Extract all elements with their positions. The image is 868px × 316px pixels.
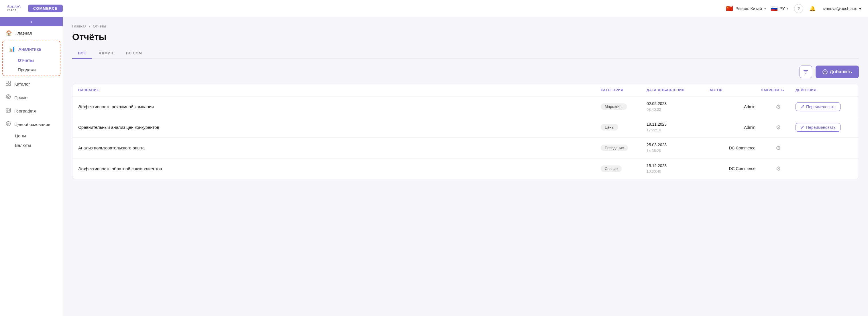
reports-table: НАЗВАНИЕ КАТЕГОРИЯ ДАТА ДОБАВЛЕНИЯ АВТОР… <box>72 84 859 179</box>
row4-category: Сервис <box>601 166 647 172</box>
row1-pin: ⚙ <box>761 103 796 110</box>
row1-badge: Маркетинг <box>601 103 627 110</box>
table-header: НАЗВАНИЕ КАТЕГОРИЯ ДАТА ДОБАВЛЕНИЯ АВТОР… <box>72 84 859 97</box>
sidebar-item-promo[interactable]: Промо <box>0 91 63 104</box>
add-button[interactable]: Добавить <box>815 66 859 78</box>
header-actions: ДЕЙСТВИЯ <box>796 88 853 92</box>
row3-pin-gear-icon[interactable]: ⚙ <box>776 145 781 151</box>
svg-text:₽: ₽ <box>7 122 9 126</box>
main-content: Главная / Отчёты Отчёты ВСЕ АДМИН DC COM <box>63 17 868 316</box>
logo: digital chief_ <box>7 5 21 12</box>
sidebar: ‹ 🏠 Главная 📊 Аналитика Отчеты Продажи <box>0 17 63 316</box>
sidebar-item-currencies[interactable]: Валюты <box>0 141 63 150</box>
row4-author: DC Commerce <box>710 166 761 171</box>
row1-name: Эффективность рекламной кампании <box>78 104 601 109</box>
catalog-icon <box>6 81 11 87</box>
filter-button[interactable] <box>800 66 812 78</box>
help-button[interactable]: ? <box>794 4 803 13</box>
row2-rename-label: Переименовать <box>806 125 836 130</box>
sidebar-item-label-pricing: Ценообразование <box>14 122 51 127</box>
breadcrumb: Главная / Отчёты <box>72 24 859 28</box>
row1-date: 02.05.2023 08:40:22 <box>647 101 710 112</box>
app: digital chief_ COMMERCE 🇨🇳 Рынок: Китай … <box>0 0 868 316</box>
sidebar-item-pricing[interactable]: ₽ Ценообразование <box>0 118 63 131</box>
row3-pin: ⚙ <box>761 145 796 151</box>
sidebar-item-catalog[interactable]: Каталог <box>0 77 63 91</box>
user-dropdown-arrow: ▾ <box>859 6 861 11</box>
svg-rect-3 <box>9 83 10 85</box>
row4-date: 15.12.2023 10:30:40 <box>647 163 710 174</box>
svg-rect-1 <box>9 81 10 83</box>
header-name: НАЗВАНИЕ <box>78 88 601 92</box>
sidebar-item-label-home: Главная <box>16 31 32 35</box>
row3-badge: Поведение <box>601 145 628 151</box>
row4-pin-gear-icon[interactable]: ⚙ <box>776 165 781 172</box>
lang-flag: 🇷🇺 <box>771 5 778 12</box>
sidebar-item-label-analytics: Аналитика <box>18 47 41 51</box>
market-selector[interactable]: 🇨🇳 Рынок: Китай ▾ <box>726 5 766 12</box>
header-author: АВТОР <box>710 88 761 92</box>
geography-icon <box>6 108 11 114</box>
notification-button[interactable]: 🔔 <box>808 4 817 13</box>
lang-dropdown-arrow: ▾ <box>787 7 788 10</box>
row3-author: DC Commerce <box>710 146 761 150</box>
row3-category: Поведение <box>601 145 647 151</box>
sidebar-item-label-currencies: Валюты <box>15 143 31 148</box>
commerce-badge[interactable]: COMMERCE <box>28 5 63 12</box>
table-row: Эффективность рекламной кампании Маркети… <box>72 97 859 117</box>
svg-point-5 <box>7 96 9 98</box>
row4-badge: Сервис <box>601 166 622 172</box>
promo-icon <box>6 94 11 101</box>
sidebar-item-prices[interactable]: Цены <box>0 131 63 141</box>
row2-badge: Цены <box>601 124 618 131</box>
user-email[interactable]: ivanova@pochta.ru ▾ <box>823 6 861 11</box>
row2-author: Admin <box>710 125 761 130</box>
svg-rect-0 <box>6 81 8 83</box>
tab-all[interactable]: ВСЕ <box>72 48 92 59</box>
breadcrumb-home[interactable]: Главная <box>72 24 86 28</box>
row2-rename-button[interactable]: Переименовать <box>796 123 840 132</box>
row1-author: Admin <box>710 104 761 109</box>
sidebar-item-analytics[interactable]: 📊 Аналитика <box>3 42 60 56</box>
row1-pin-gear-icon[interactable]: ⚙ <box>776 103 781 110</box>
sidebar-item-reports[interactable]: Отчеты <box>3 56 60 65</box>
sidebar-item-sales[interactable]: Продажи <box>3 65 60 74</box>
sidebar-item-label-promo: Промо <box>14 95 28 100</box>
header-date: ДАТА ДОБАВЛЕНИЯ <box>647 88 710 92</box>
add-button-label: Добавить <box>830 69 852 74</box>
row4-pin: ⚙ <box>761 165 796 172</box>
row3-name: Анализ пользовательского опыта <box>78 145 601 150</box>
market-dropdown-arrow: ▾ <box>764 7 766 10</box>
header-pin: ЗАКРЕПИТЬ <box>761 88 796 92</box>
main-layout: ‹ 🏠 Главная 📊 Аналитика Отчеты Продажи <box>0 17 868 316</box>
sidebar-item-label-catalog: Каталог <box>14 81 30 86</box>
table-row: Анализ пользовательского опыта Поведение… <box>72 138 859 158</box>
sidebar-collapse-button[interactable]: ‹ <box>0 17 63 26</box>
sidebar-item-label-sales: Продажи <box>18 67 36 72</box>
tab-dc-com[interactable]: DC COM <box>120 48 148 59</box>
row2-pin: ⚙ <box>761 124 796 131</box>
row3-date: 25.03.2023 14:36:20 <box>647 142 710 153</box>
row2-pin-gear-icon[interactable]: ⚙ <box>776 124 781 131</box>
row2-category: Цены <box>601 124 647 131</box>
analytics-group: 📊 Аналитика Отчеты Продажи <box>2 41 60 76</box>
tab-admin[interactable]: АДМИН <box>93 48 119 59</box>
sidebar-item-label-prices: Цены <box>15 133 26 138</box>
market-flag: 🇨🇳 <box>726 5 733 12</box>
row1-rename-button[interactable]: Переименовать <box>796 102 840 111</box>
analytics-icon: 📊 <box>9 46 15 52</box>
sidebar-item-label-reports: Отчеты <box>18 58 34 63</box>
lang-selector[interactable]: 🇷🇺 РУ ▾ <box>771 5 788 12</box>
home-icon: 🏠 <box>6 30 12 36</box>
page-title: Отчёты <box>72 32 859 42</box>
sidebar-item-home[interactable]: 🏠 Главная <box>0 26 63 39</box>
market-label: Рынок: Китай <box>735 6 762 11</box>
sidebar-item-geography[interactable]: География <box>0 104 63 118</box>
row1-actions: Переименовать <box>796 102 853 111</box>
header-category: КАТЕГОРИЯ <box>601 88 647 92</box>
topbar: digital chief_ COMMERCE 🇨🇳 Рынок: Китай … <box>0 0 868 17</box>
lang-label: РУ <box>779 6 785 11</box>
toolbar: Добавить <box>72 66 859 78</box>
pricing-icon: ₽ <box>6 121 11 128</box>
row2-actions: Переименовать <box>796 123 853 132</box>
